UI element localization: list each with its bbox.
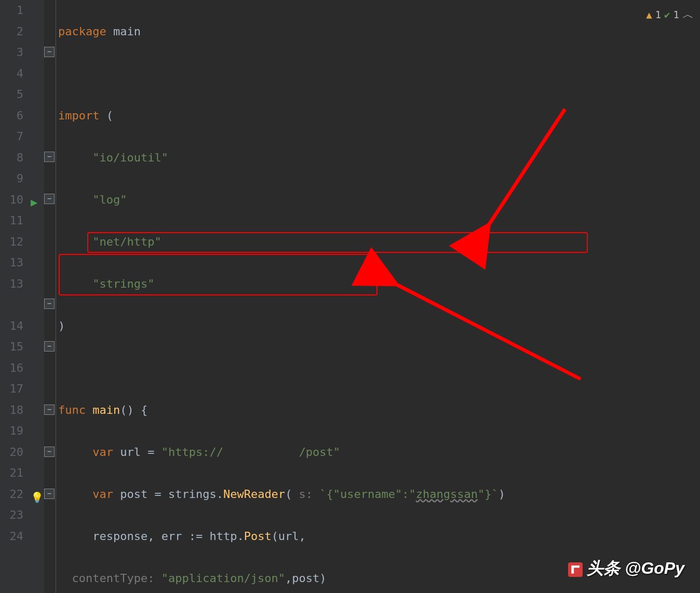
code-line xyxy=(58,358,700,379)
code-line: var post = strings.NewReader( s: `{"user… xyxy=(58,484,700,505)
code-line: "strings" xyxy=(58,274,700,295)
line-number: 3 xyxy=(0,42,29,63)
fold-toggle[interactable]: − xyxy=(44,341,55,352)
line-number: 13 xyxy=(0,274,29,316)
fold-toggle[interactable]: − xyxy=(44,194,55,204)
fold-column: − − − − − − − − xyxy=(44,0,56,593)
line-number: 14 xyxy=(0,316,29,337)
line-number: 10 xyxy=(0,190,29,211)
line-number: 16 xyxy=(0,358,29,379)
watermark: 头条 @GoPy xyxy=(568,557,684,580)
code-line: ) xyxy=(58,316,700,337)
fold-toggle[interactable]: − xyxy=(44,152,55,162)
line-number: 20 xyxy=(0,442,29,463)
line-number: 24 xyxy=(0,526,29,547)
pass-count: 1 xyxy=(674,4,679,25)
line-number: 6 xyxy=(0,105,29,127)
gutter-icon-column: ▶ 💡 xyxy=(29,0,44,593)
warning-count: 1 xyxy=(655,4,661,25)
line-number: 11 xyxy=(0,210,29,232)
line-number: 9 xyxy=(0,168,29,190)
toutiao-logo-icon xyxy=(568,562,583,577)
line-number: 5 xyxy=(0,84,29,105)
code-line: package main xyxy=(58,21,700,43)
fold-toggle[interactable]: − xyxy=(44,489,55,499)
line-number: 8 xyxy=(0,147,29,169)
line-number: 21 xyxy=(0,463,29,484)
code-line: "log" xyxy=(58,190,700,211)
line-number: 19 xyxy=(0,421,29,442)
code-line: var url = "https:// /post" xyxy=(58,442,700,463)
code-line: "net/http" xyxy=(58,232,700,253)
line-number-gutter: 1 2 3 4 5 6 7 8 9 10 11 12 13 13 14 15 1… xyxy=(0,0,29,593)
line-number: 22 xyxy=(0,484,29,505)
line-number: 15 xyxy=(0,336,29,358)
code-line: response, err := http.Post(url, xyxy=(58,526,700,547)
line-number: 13 xyxy=(0,252,29,274)
fold-toggle[interactable]: − xyxy=(44,405,55,415)
code-line: func main() { xyxy=(58,400,700,421)
fold-toggle[interactable]: − xyxy=(44,447,55,457)
line-number: 7 xyxy=(0,126,29,147)
watermark-text: 头条 @GoPy xyxy=(587,559,684,577)
run-icon[interactable]: ▶ xyxy=(31,192,37,213)
line-number: 1 xyxy=(0,0,29,21)
line-number: 12 xyxy=(0,232,29,253)
code-editor[interactable]: 1 2 3 4 5 6 7 8 9 10 11 12 13 13 14 15 1… xyxy=(0,0,700,593)
warning-icon: ▲ xyxy=(646,4,652,25)
line-number: 23 xyxy=(0,505,29,526)
line-number: 2 xyxy=(0,21,29,43)
fold-toggle[interactable]: − xyxy=(44,299,55,309)
line-number: 18 xyxy=(0,400,29,421)
intention-bulb-icon[interactable]: 💡 xyxy=(31,487,44,508)
line-number: 4 xyxy=(0,63,29,85)
code-line: "io/ioutil" xyxy=(58,147,700,169)
chevron-up-icon[interactable]: ︿ xyxy=(682,4,694,25)
code-line: import ( xyxy=(58,105,700,127)
fold-toggle[interactable]: − xyxy=(44,47,55,57)
line-number: 17 xyxy=(0,379,29,400)
inspection-widget[interactable]: ▲1 ✔1 ︿ xyxy=(646,4,694,25)
code-area[interactable]: package main import ( "io/ioutil" "log" … xyxy=(56,0,700,593)
code-line xyxy=(58,63,700,85)
checkmark-icon: ✔ xyxy=(664,4,670,25)
